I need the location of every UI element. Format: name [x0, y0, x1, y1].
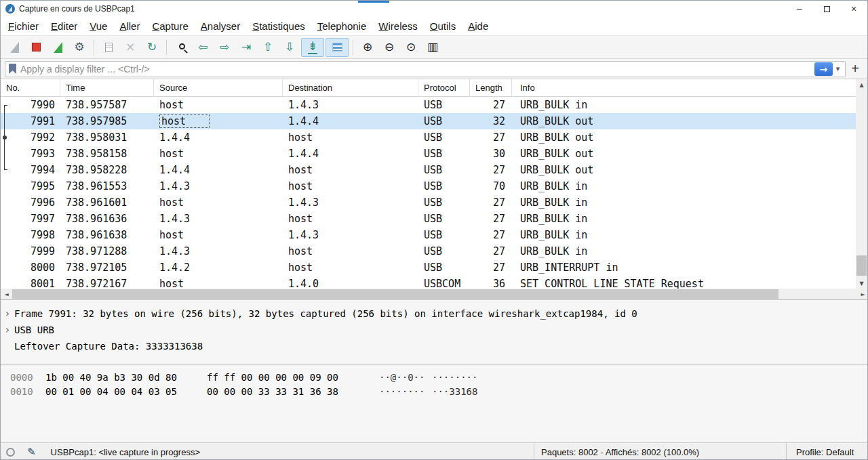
- table-row[interactable]: 7999738.9712881.4.3hostUSB27URB_BULK in: [1, 243, 857, 259]
- status-bar: ✎ USBPcap1: <live capture in progress> P…: [1, 442, 867, 460]
- apply-filter-button[interactable]: →: [814, 62, 833, 76]
- vertical-scrollbar[interactable]: ▲ ▼: [856, 79, 867, 289]
- table-row[interactable]: 7998738.961638host1.4.3USB27URB_BULK in: [1, 227, 857, 243]
- close-button[interactable]: ×: [840, 1, 867, 17]
- capture-status-text: USBPcap1: <live capture in progress>: [51, 447, 200, 457]
- menu-vue[interactable]: Vue: [83, 18, 113, 35]
- horizontal-scroll-thumb[interactable]: [12, 289, 778, 299]
- column-header-info[interactable]: Info: [512, 79, 857, 96]
- apply-filter-arrow-icon: →: [819, 64, 827, 75]
- menu-outils[interactable]: Outils: [424, 18, 462, 35]
- menu-aller[interactable]: Aller: [113, 18, 146, 35]
- zoom-out-button[interactable]: ⊖: [379, 38, 399, 57]
- menu-telephonie[interactable]: Telephonie: [311, 18, 373, 35]
- go-back-button[interactable]: ⇦: [193, 38, 213, 57]
- reload-button[interactable]: ↻: [142, 38, 162, 57]
- zoom-reset-button[interactable]: ⊙: [401, 38, 421, 57]
- hex-ascii: ········: [432, 371, 477, 385]
- start-capture-icon: [10, 42, 19, 53]
- capture-options-button[interactable]: ⚙: [69, 38, 90, 57]
- scroll-left-icon[interactable]: ◄: [1, 289, 12, 299]
- capture-comment-pencil-icon[interactable]: ✎: [27, 446, 36, 458]
- display-filter-input[interactable]: [20, 64, 812, 75]
- colorize-toggle[interactable]: [326, 38, 349, 57]
- go-to-packet-button[interactable]: ⇥: [236, 38, 256, 57]
- vertical-scroll-thumb[interactable]: [856, 255, 867, 276]
- window-title: Capture en cours de USBPcap1: [19, 4, 135, 14]
- go-first-button[interactable]: ⇧: [258, 38, 278, 57]
- stop-capture-button[interactable]: [26, 38, 46, 57]
- zoom-in-button[interactable]: ⊕: [357, 38, 378, 57]
- menu-statistiques[interactable]: Statistiques: [246, 18, 311, 35]
- restart-capture-icon: [54, 42, 62, 53]
- restart-capture-button[interactable]: [47, 38, 68, 57]
- main-toolbar: ⚙ × ↻ ⇦ ⇨ ⇥ ⇧ ⇩ ⇟ ⊕ ⊖ ⊙ ▥: [1, 36, 867, 59]
- column-header-length[interactable]: Length: [470, 79, 512, 96]
- menu-editer[interactable]: Editer: [45, 18, 83, 35]
- menu-capture[interactable]: Capture: [146, 18, 194, 35]
- menu-wireless[interactable]: Wireless: [372, 18, 424, 35]
- filter-bar: → ▾ +: [1, 59, 867, 79]
- hex-dump-pane: 0000 1b 00 40 9a b3 30 0d 80 ff ff 00 00…: [1, 364, 867, 442]
- save-file-button[interactable]: [98, 38, 119, 57]
- table-row[interactable]: 7997738.9616361.4.3hostUSB27URB_BULK in: [1, 211, 857, 227]
- resize-columns-button[interactable]: ▥: [422, 38, 443, 57]
- table-row[interactable]: 7993738.958158host1.4.4USB30URB_BULK out: [1, 146, 857, 162]
- hex-bytes: 00 01 00 04 00 04 03 05: [45, 385, 197, 399]
- table-row[interactable]: 8000738.9721051.4.2hostUSB27URB_INTERRUP…: [1, 259, 857, 276]
- status-profile[interactable]: Profile: Default: [786, 443, 867, 460]
- table-row[interactable]: 7992738.9580311.4.4hostUSB27URB_BULK out: [1, 129, 857, 146]
- packet-list-body: 7990738.957587host1.4.3USB27URB_BULK in …: [1, 97, 857, 289]
- zoom-in-icon: ⊕: [363, 41, 372, 53]
- table-row[interactable]: 7996738.961601host1.4.3USB27URB_BULK in: [1, 194, 857, 211]
- zoom-out-icon: ⊖: [384, 41, 394, 53]
- expand-chevron-icon[interactable]: ›: [1, 306, 14, 322]
- hex-row[interactable]: 0010 00 01 00 04 00 04 03 05 00 00 00 33…: [10, 385, 867, 399]
- table-row[interactable]: 7994738.9582281.4.4hostUSB27URB_BULK out: [1, 162, 857, 178]
- detail-line-frame[interactable]: › Frame 7991: 32 bytes on wire (256 bits…: [1, 306, 867, 322]
- expert-info-icon[interactable]: [6, 448, 15, 457]
- expand-chevron-icon: [1, 338, 14, 354]
- profile-text: Profile: Default: [796, 447, 854, 457]
- filter-bookmark-icon[interactable]: [9, 64, 16, 74]
- scroll-down-icon[interactable]: ▼: [856, 278, 867, 289]
- column-header-protocol[interactable]: Protocol: [418, 79, 470, 96]
- column-header-no[interactable]: No.: [1, 79, 60, 96]
- table-row[interactable]: 8001738.972167host1.4.0USBCOM36SET_CONTR…: [1, 276, 857, 289]
- capture-options-icon: ⚙: [74, 41, 84, 53]
- expand-chevron-icon[interactable]: ›: [1, 322, 14, 338]
- horizontal-scrollbar[interactable]: ◄ ►: [1, 289, 868, 299]
- close-file-button[interactable]: ×: [120, 38, 140, 57]
- start-capture-button[interactable]: [4, 38, 24, 57]
- table-row[interactable]: 7990738.957587host1.4.3USB27URB_BULK in: [1, 97, 857, 113]
- detail-line-usb-urb[interactable]: › USB URB: [1, 322, 867, 338]
- wireshark-logo-icon: [5, 4, 15, 14]
- table-row[interactable]: 7995738.9615531.4.3hostUSB70URB_BULK in: [1, 178, 857, 194]
- detail-line-leftover-data[interactable]: Leftover Capture Data: 3333313638: [1, 338, 867, 354]
- column-header-destination[interactable]: Destination: [283, 79, 418, 96]
- menu-analyser[interactable]: Analyser: [195, 18, 246, 35]
- maximize-button[interactable]: [813, 1, 840, 17]
- column-header-source[interactable]: Source: [154, 79, 283, 96]
- colorize-icon: [332, 43, 342, 51]
- go-last-icon: ⇩: [285, 41, 294, 53]
- auto-scroll-icon: ⇟: [308, 41, 317, 54]
- scroll-up-icon[interactable]: ▲: [856, 79, 867, 90]
- go-forward-button[interactable]: ⇨: [214, 38, 235, 57]
- menu-fichier[interactable]: Fichier: [2, 18, 45, 35]
- scroll-right-icon[interactable]: ►: [857, 289, 868, 299]
- status-packet-counts: Paquets: 8002 · Affichés: 8002 (100.0%): [534, 443, 786, 460]
- auto-scroll-toggle[interactable]: ⇟: [301, 38, 324, 57]
- add-filter-button-button[interactable]: +: [846, 62, 863, 77]
- minimize-button[interactable]: –: [786, 1, 813, 17]
- hex-offset: 0010: [10, 385, 37, 399]
- filter-dropdown-icon[interactable]: ▾: [833, 64, 844, 73]
- menu-aide[interactable]: Aide: [462, 18, 494, 35]
- hex-row[interactable]: 0000 1b 00 40 9a b3 30 0d 80 ff ff 00 00…: [10, 371, 867, 385]
- column-header-time[interactable]: Time: [60, 79, 154, 96]
- find-packet-button[interactable]: [171, 38, 191, 57]
- detail-text: USB URB: [14, 322, 867, 338]
- table-row-selected[interactable]: 7991738.957985host1.4.4USB32URB_BULK out: [1, 113, 857, 129]
- packet-list-pane: No. Time Source Destination Protocol Len…: [1, 79, 867, 299]
- go-last-button[interactable]: ⇩: [279, 38, 300, 57]
